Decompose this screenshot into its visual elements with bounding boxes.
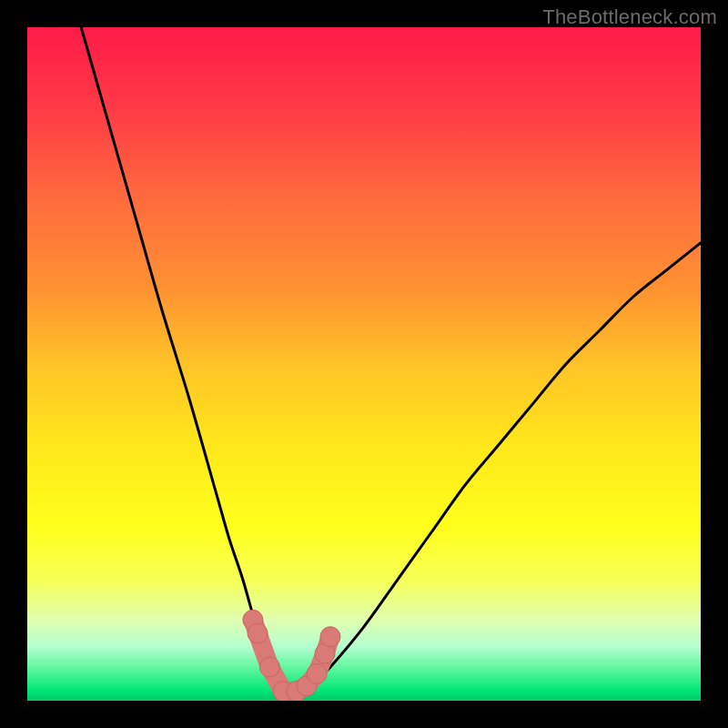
svg-point-2 [248,623,268,643]
svg-point-9 [320,627,340,647]
svg-point-3 [259,657,279,677]
watermark-text: TheBottleneck.com [542,5,717,29]
svg-point-7 [307,663,327,683]
optimal-region-markers [27,27,701,701]
chart-frame: TheBottleneck.com [0,0,728,728]
plot-area [27,27,701,701]
